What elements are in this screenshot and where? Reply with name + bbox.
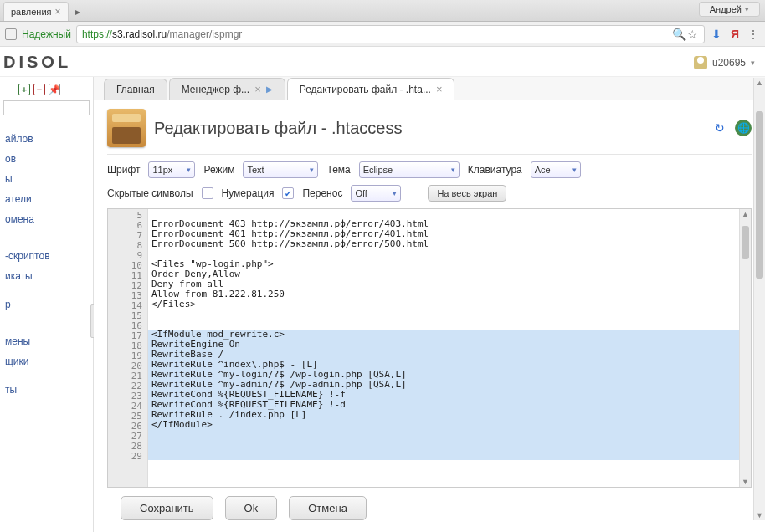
tab-label: Менеджер ф... xyxy=(182,84,249,95)
editor-toolbar-row-1: Шрифт 11px▾ Режим Text▾ Тема Eclipse▾ Кл… xyxy=(107,161,752,178)
sidebar-item[interactable] xyxy=(3,315,90,323)
sidebar-item[interactable]: ов xyxy=(3,149,90,169)
sidebar-item[interactable] xyxy=(3,238,90,246)
sidebar-item[interactable]: щики xyxy=(3,351,90,371)
main-panel: ГлавнаяМенеджер ф...×▶Редактировать файл… xyxy=(94,77,765,532)
sidebar-item[interactable] xyxy=(3,229,90,238)
secure-badge: Надежный xyxy=(22,28,71,40)
globe-button[interactable]: 🌐 xyxy=(735,120,752,136)
browser-tab-strip: равления × ▸ xyxy=(0,0,765,22)
sidebar-item[interactable] xyxy=(3,286,90,294)
expand-all-button[interactable]: + xyxy=(18,84,30,95)
address-bar: Надежный https://s3.radisol.ru/manager/i… xyxy=(0,22,765,47)
keyboard-select[interactable]: Ace▾ xyxy=(531,161,581,178)
editor-scrollbar[interactable]: ▲ ▼ xyxy=(739,209,751,487)
user-menu[interactable]: u20695 ▾ xyxy=(694,56,755,69)
sidebar-item[interactable] xyxy=(3,371,90,380)
sidebar-item[interactable] xyxy=(3,323,90,331)
fullscreen-button[interactable]: На весь экран xyxy=(428,185,506,202)
font-label: Шрифт xyxy=(107,164,140,176)
app-header: DISOL u20695 ▾ xyxy=(0,47,765,77)
user-avatar-icon xyxy=(694,56,707,69)
sidebar-nav: айлововыателиомена-скриптовикатырменыщик… xyxy=(3,120,90,400)
chevron-down-icon: ▾ xyxy=(393,189,397,197)
chevron-down-icon: ▾ xyxy=(310,166,314,174)
app-tabs: ГлавнаяМенеджер ф...×▶Редактировать файл… xyxy=(94,77,765,100)
scroll-up-icon[interactable]: ▲ xyxy=(754,79,765,87)
scroll-down-icon[interactable]: ▼ xyxy=(754,511,765,519)
sidebar-item[interactable]: мены xyxy=(3,331,90,351)
mode-select[interactable]: Text▾ xyxy=(243,161,318,178)
browser-profile-chip[interactable]: Андрей ▾ xyxy=(699,2,760,17)
chevron-down-icon: ▾ xyxy=(745,5,749,13)
sidebar-item[interactable]: атели xyxy=(3,189,90,209)
tab-label: Редактировать файл - .hta... xyxy=(300,84,431,95)
editor-gutter: 5678910111213141516171819202122232425262… xyxy=(108,209,148,487)
pin-button[interactable]: 📌 xyxy=(49,84,60,95)
sidebar-item[interactable]: омена xyxy=(3,209,90,229)
ok-button[interactable]: Ok xyxy=(225,496,278,520)
browser-tab[interactable]: равления × xyxy=(3,2,69,21)
sidebar-item[interactable]: -скриптов xyxy=(3,246,90,266)
username-label: u20695 xyxy=(712,57,746,69)
sidebar-item[interactable]: р xyxy=(3,294,90,315)
sidebar-item[interactable]: ты xyxy=(3,380,90,400)
chevron-right-icon[interactable]: ▶ xyxy=(266,84,273,94)
code-editor[interactable]: 5678910111213141516171819202122232425262… xyxy=(107,208,752,488)
keyboard-label: Клавиатура xyxy=(468,164,522,176)
close-icon[interactable]: × xyxy=(254,83,261,95)
editor-toolbar-row-2: Скрытые символы Нумерация Перенос Off▾ Н… xyxy=(107,185,752,202)
yandex-icon[interactable]: Я xyxy=(728,28,742,41)
sidebar-item[interactable] xyxy=(3,120,90,129)
sidebar-search-input[interactable] xyxy=(3,100,90,115)
close-icon[interactable]: × xyxy=(436,83,443,95)
numbering-label: Нумерация xyxy=(222,187,275,199)
scroll-down-icon[interactable]: ▼ xyxy=(740,478,751,486)
editor-code-area[interactable]: ErrorDocument 403 http://экзампл.рф/erro… xyxy=(148,209,739,487)
chevron-down-icon: ▾ xyxy=(751,59,755,67)
chevron-down-icon: ▾ xyxy=(451,166,455,174)
collapse-all-button[interactable]: − xyxy=(33,84,45,95)
url-input[interactable]: https://s3.radisol.ru/manager/ispmgr 🔍 ☆ xyxy=(76,25,705,43)
app-logo: DISOL xyxy=(3,53,71,72)
hidden-chars-label: Скрытые символы xyxy=(107,187,193,199)
browser-tab-title: равления xyxy=(11,7,52,17)
download-icon[interactable]: ⬇ xyxy=(710,28,723,41)
menu-icon[interactable]: ⋮ xyxy=(747,28,760,41)
page-title: Редактировать файл - .htaccess xyxy=(154,119,402,138)
app-tab[interactable]: Редактировать файл - .hta...× xyxy=(287,78,455,100)
font-select[interactable]: 11px▾ xyxy=(148,161,195,178)
theme-select[interactable]: Eclipse▾ xyxy=(359,161,460,178)
save-button[interactable]: Сохранить xyxy=(121,496,213,520)
wrap-label: Перенос xyxy=(302,187,342,199)
star-icon[interactable]: ☆ xyxy=(685,28,699,41)
scrollbar-thumb[interactable] xyxy=(756,111,763,279)
refresh-button[interactable]: ↻ xyxy=(711,120,728,136)
close-icon[interactable]: × xyxy=(55,6,61,18)
cancel-button[interactable]: Отмена xyxy=(289,496,367,520)
numbering-checkbox[interactable] xyxy=(282,187,294,199)
new-tab-button[interactable]: ▸ xyxy=(69,3,87,21)
sidebar-item[interactable]: айлов xyxy=(3,129,90,149)
scroll-up-icon[interactable]: ▲ xyxy=(740,210,751,218)
chevron-down-icon: ▾ xyxy=(572,166,577,174)
button-bar: Сохранить Ok Отмена xyxy=(107,488,752,532)
mode-label: Режим xyxy=(203,164,234,176)
url-protocol: https:// xyxy=(82,28,112,40)
wrap-select[interactable]: Off▾ xyxy=(351,185,401,202)
sidebar-item[interactable]: ы xyxy=(3,169,90,189)
profile-label: Андрей xyxy=(710,4,742,14)
url-path: /manager/ispmgr xyxy=(167,28,242,40)
sidebar: + − 📌 айлововыателиомена-скриптовикатырм… xyxy=(0,77,94,532)
file-manager-icon xyxy=(107,109,146,147)
search-icon[interactable]: 🔍 xyxy=(672,28,685,41)
url-domain: s3.radisol.ru xyxy=(112,28,167,40)
tab-label: Главная xyxy=(116,84,155,95)
page-scrollbar[interactable]: ▲ ▼ xyxy=(753,78,765,520)
sidebar-item[interactable]: икаты xyxy=(3,266,90,286)
reload-button[interactable] xyxy=(5,28,17,40)
theme-label: Тема xyxy=(326,164,350,176)
app-tab[interactable]: Главная xyxy=(104,79,167,100)
app-tab[interactable]: Менеджер ф...×▶ xyxy=(169,78,285,100)
hidden-chars-checkbox[interactable] xyxy=(202,187,213,199)
